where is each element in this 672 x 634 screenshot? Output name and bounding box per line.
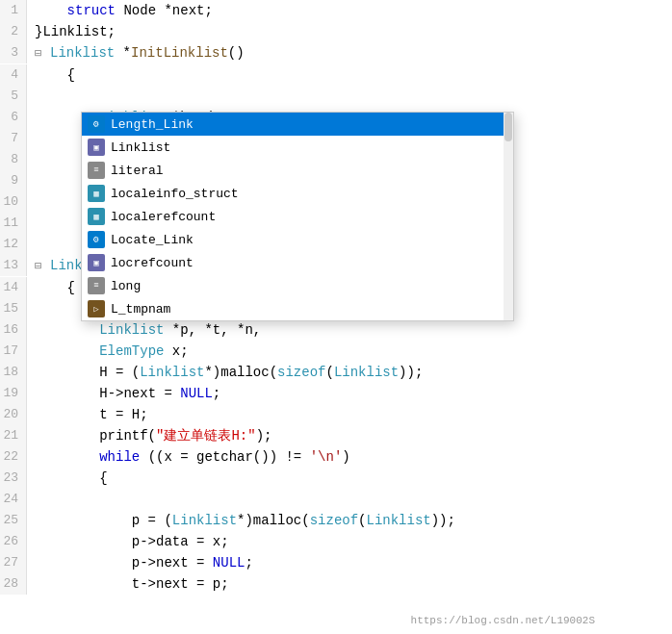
autocomplete-text: Locate_Link [111, 233, 194, 247]
line-content: ElemType x; [27, 341, 189, 362]
code-line: 24 [0, 489, 672, 510]
line-number: 6 [0, 107, 27, 128]
line-content: t = H; [27, 404, 148, 425]
line-number: 24 [0, 489, 27, 510]
autocomplete-label: Linklist [111, 140, 507, 155]
code-line: 3 ⊟Linklist *InitLinklist() [0, 42, 672, 64]
code-line: 2 }Linklist; [0, 21, 672, 42]
keyword-icon: ≡ [88, 277, 105, 294]
line-content: ⊟Linklist *InitLinklist() [27, 42, 245, 64]
autocomplete-scrollbar[interactable] [504, 113, 513, 320]
code-line: 27 p->next = NULL; [0, 552, 672, 573]
line-number: 23 [0, 468, 27, 489]
lines-icon: ≡ [88, 162, 105, 179]
code-line: 20 t = H; [0, 404, 672, 425]
block-icon: ▣ [88, 139, 105, 156]
line-number: 16 [0, 319, 27, 341]
struct-icon: ▦ [88, 185, 105, 202]
autocomplete-label: localerefcount [111, 210, 507, 224]
autocomplete-label: localeinfo_struct [111, 187, 507, 201]
line-number: 20 [0, 404, 27, 425]
line-number: 2 [0, 21, 27, 42]
line-content: printf("建立单链表H:"); [27, 425, 271, 446]
autocomplete-label: Length_Link [111, 117, 507, 132]
autocomplete-text: Length_Link [111, 117, 194, 132]
line-content: { [27, 277, 75, 298]
line-number: 18 [0, 362, 27, 383]
line-number: 7 [0, 128, 27, 149]
autocomplete-item-3[interactable]: ▦ localeinfo_struct [82, 182, 513, 205]
line-number: 1 [0, 0, 27, 21]
code-line: 22 while ((x = getchar()) != '\n') [0, 446, 672, 468]
line-content: ⊟Link [27, 255, 83, 277]
watermark: https://blog.csdn.net/L19002S [411, 615, 595, 626]
code-line: 1 struct Node *next; [0, 0, 672, 21]
autocomplete-label: Locate_Link [111, 233, 507, 247]
code-line: 21 printf("建立单链表H:"); [0, 425, 672, 446]
gear-icon: ⚙ [88, 231, 105, 248]
line-content: }Linklist; [27, 21, 116, 42]
autocomplete-label: locrefcount [111, 256, 507, 270]
line-number: 12 [0, 234, 27, 255]
line-number: 4 [0, 64, 27, 86]
line-content: H = (Linklist*)malloc(sizeof(Linklist)); [27, 362, 423, 383]
line-number: 13 [0, 255, 27, 276]
line-content: Linklist *p, *t, *n, [27, 319, 261, 341]
autocomplete-text: long [111, 279, 141, 293]
code-line: 17 ElemType x; [0, 341, 672, 362]
line-number: 25 [0, 510, 27, 531]
line-number: 5 [0, 86, 27, 107]
autocomplete-text: locrefcount [111, 256, 194, 270]
autocomplete-item-4[interactable]: ▦ localerefcount [82, 205, 513, 228]
line-content: { [27, 468, 108, 489]
line-content: p = (Linklist*)malloc(sizeof(Linklist)); [27, 510, 455, 531]
code-line: 18 H = (Linklist*)malloc(sizeof(Linklist… [0, 362, 672, 383]
line-content: { [27, 64, 75, 86]
autocomplete-item-6[interactable]: ▣ locrefcount [82, 251, 513, 274]
line-number: 17 [0, 341, 27, 362]
code-editor: 1 struct Node *next; 2 }Linklist; 3 ⊟Lin… [0, 0, 672, 634]
line-number: 27 [0, 552, 27, 573]
line-content: H->next = NULL; [27, 383, 220, 404]
line-number: 26 [0, 531, 27, 552]
autocomplete-label: literal [111, 164, 507, 178]
autocomplete-label: L_tmpnam [111, 302, 507, 317]
line-content: p->data = x; [27, 531, 229, 552]
line-number: 3 [0, 42, 27, 63]
var-icon: ▷ [88, 300, 105, 317]
line-number: 9 [0, 170, 27, 191]
autocomplete-item-0[interactable]: ⚙ Length_Link [82, 113, 513, 136]
autocomplete-item-2[interactable]: ≡ literal [82, 159, 513, 182]
line-content: p->next = NULL; [27, 552, 253, 573]
autocomplete-item-5[interactable]: ⚙ Locate_Link [82, 228, 513, 251]
autocomplete-text: literal [111, 164, 164, 178]
line-number: 11 [0, 213, 27, 234]
autocomplete-item-8[interactable]: ▷ L_tmpnam [82, 297, 513, 320]
line-number: 15 [0, 298, 27, 319]
code-line: 23 { [0, 468, 672, 489]
struct-icon: ▦ [88, 208, 105, 225]
line-number: 8 [0, 149, 27, 170]
block-icon: ▣ [88, 254, 105, 271]
autocomplete-item-1[interactable]: ▣ Linklist [82, 136, 513, 159]
autocomplete-text: Linklist [111, 140, 170, 155]
code-line: 25 p = (Linklist*)malloc(sizeof(Linklist… [0, 510, 672, 531]
autocomplete-dropdown[interactable]: ⚙ Length_Link ▣ Linklist ≡ literal ▦ loc… [81, 112, 514, 321]
line-number: 19 [0, 383, 27, 404]
autocomplete-item-7[interactable]: ≡ long [82, 274, 513, 297]
line-number: 22 [0, 446, 27, 468]
code-line: 19 H->next = NULL; [0, 383, 672, 404]
line-number: 14 [0, 277, 27, 298]
code-line: 28 t->next = p; [0, 573, 672, 595]
autocomplete-scrollbar-thumb[interactable] [504, 113, 512, 141]
code-line: 5 [0, 86, 672, 107]
autocomplete-text: localerefcount [111, 210, 216, 224]
code-line: 4 { [0, 64, 672, 86]
code-line: 26 p->data = x; [0, 531, 672, 552]
line-content: t->next = p; [27, 573, 229, 595]
line-number: 10 [0, 191, 27, 213]
line-number: 21 [0, 425, 27, 446]
line-number: 28 [0, 573, 27, 595]
autocomplete-text: L_tmpnam [111, 302, 170, 317]
autocomplete-label: long [111, 279, 507, 293]
